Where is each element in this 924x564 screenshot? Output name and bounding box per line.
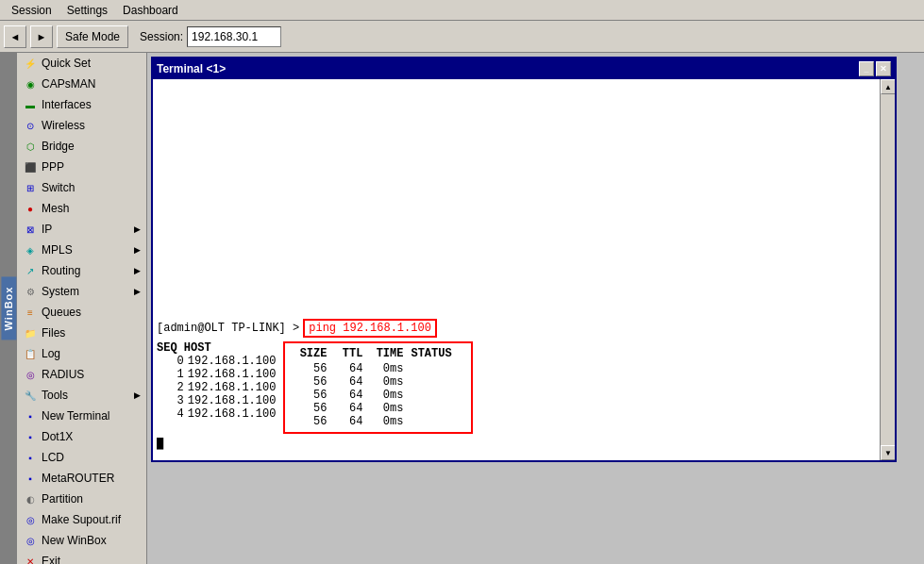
sidebar-item-switch[interactable]: ⊞ Switch <box>17 177 146 198</box>
new-terminal-icon: ▪ <box>23 408 38 423</box>
tools-arrow: ▶ <box>134 390 141 400</box>
sidebar-item-routing[interactable]: ↗ Routing ▶ <box>17 260 146 281</box>
terminal-content[interactable]: [admin@OLT TP-LINK] > ping 192.168.1.100… <box>153 79 880 460</box>
terminal-title: Terminal <1> <box>157 62 857 75</box>
routing-arrow: ▶ <box>134 266 141 275</box>
sidebar-item-mpls[interactable]: ◈ MPLS ▶ <box>17 240 146 260</box>
ttl-0: 64 <box>334 362 362 375</box>
size-header: SIZE <box>289 347 327 360</box>
time-header: TIME <box>370 347 403 360</box>
main-layout: WinBox ⚡ Quick Set ◉ CAPsMAN ▬ Interface… <box>0 53 924 564</box>
sidebar-label-routing: Routing <box>42 264 80 277</box>
sidebar-item-system[interactable]: ⚙ System ▶ <box>17 281 146 302</box>
sidebar-item-make-supout[interactable]: ◎ Make Supout.rif <box>17 509 146 530</box>
sidebar-label-partition: Partition <box>42 492 83 506</box>
ttl-2: 64 <box>334 389 362 402</box>
menu-dashboard[interactable]: Dashboard <box>115 2 186 19</box>
ip-icon: ⊠ <box>23 222 38 237</box>
stats-row: 56 64 0ms <box>289 389 467 402</box>
stats-row: 56 64 0ms <box>289 415 467 428</box>
back-button[interactable]: ◄ <box>4 25 26 48</box>
cursor-indicator: █ <box>157 438 163 451</box>
stats-row: 56 64 0ms <box>289 375 467 389</box>
sidebar-label-metarouter: MetaROUTER <box>42 472 114 485</box>
sidebar: ⚡ Quick Set ◉ CAPsMAN ▬ Interfaces ⊙ Wir… <box>17 53 147 564</box>
terminal-window: Terminal <1> _ ✕ [admin@OLT TP-LINK] > <box>151 57 897 462</box>
scrollbar-track[interactable] <box>881 94 895 445</box>
ppp-icon: ⬛ <box>23 159 38 174</box>
sidebar-item-new-terminal[interactable]: ▪ New Terminal <box>17 406 146 426</box>
sidebar-item-ip[interactable]: ⊠ IP ▶ <box>17 219 146 240</box>
sidebar-item-wireless[interactable]: ⊙ Wireless <box>17 115 146 136</box>
stats-row: 56 64 0ms <box>289 362 467 375</box>
sidebar-item-tools[interactable]: 🔧 Tools ▶ <box>17 385 146 406</box>
terminal-minimize-button[interactable]: _ <box>859 61 874 76</box>
sidebar-label-bridge: Bridge <box>42 140 75 153</box>
sidebar-item-ppp[interactable]: ⬛ PPP <box>17 157 146 177</box>
radius-icon: ◎ <box>23 367 38 382</box>
time-4: 0ms <box>370 415 403 428</box>
seq-header: SEQ HOST <box>157 341 211 355</box>
sidebar-item-bridge[interactable]: ⬡ Bridge <box>17 136 146 157</box>
sidebar-item-capsman[interactable]: ◉ CAPsMAN <box>17 74 146 94</box>
wireless-icon: ⊙ <box>23 118 38 133</box>
winbox-panel: WinBox <box>0 53 17 564</box>
minimize-icon: _ <box>864 64 868 74</box>
sidebar-item-queues[interactable]: ≡ Queues <box>17 302 146 323</box>
host-3: 192.168.1.100 <box>188 394 277 407</box>
sidebar-item-metarouter[interactable]: ▪ MetaROUTER <box>17 468 146 489</box>
size-3: 56 <box>289 402 327 415</box>
ping-command: ping 192.168.1.100 <box>303 319 437 338</box>
menu-settings[interactable]: Settings <box>59 2 115 19</box>
safe-mode-button[interactable]: Safe Mode <box>57 25 128 48</box>
terminal-titlebar: Terminal <1> _ ✕ <box>153 58 895 79</box>
sidebar-item-files[interactable]: 📁 Files <box>17 323 146 343</box>
mesh-icon: ● <box>23 201 38 216</box>
table-row: 4 192.168.1.100 <box>157 407 276 421</box>
status-header: STATUS <box>411 347 467 360</box>
ttl-4: 64 <box>334 415 362 428</box>
metarouter-icon: ▪ <box>23 471 38 486</box>
sidebar-item-log[interactable]: 📋 Log <box>17 343 146 364</box>
status-0 <box>411 362 467 375</box>
interfaces-icon: ▬ <box>23 97 38 112</box>
sidebar-item-mesh[interactable]: ● Mesh <box>17 198 146 219</box>
sidebar-item-exit[interactable]: ✕ Exit <box>17 551 146 564</box>
sidebar-item-lcd[interactable]: ▪ LCD <box>17 447 146 468</box>
stats-header: SIZE TTL TIME STATUS <box>289 347 467 360</box>
forward-button[interactable]: ► <box>30 25 53 48</box>
partition-icon: ◐ <box>23 491 38 506</box>
scroll-down-button[interactable]: ▼ <box>881 445 895 460</box>
sidebar-item-new-winbox[interactable]: ◎ New WinBox <box>17 530 146 551</box>
system-arrow: ▶ <box>134 287 141 296</box>
terminal-close-button[interactable]: ✕ <box>876 61 891 76</box>
table-row: 2 192.168.1.100 <box>157 381 276 394</box>
sidebar-item-quick-set[interactable]: ⚡ Quick Set <box>17 53 146 74</box>
toolbar: ◄ ► Safe Mode Session: 192.168.30.1 <box>0 21 924 53</box>
forward-icon: ► <box>37 31 47 42</box>
table-row: 3 192.168.1.100 <box>157 394 276 407</box>
scroll-up-button[interactable]: ▲ <box>881 79 895 94</box>
ping-results: SEQ HOST 0 192.168.1.100 1 192.168.1.100 <box>157 341 876 434</box>
quick-set-icon: ⚡ <box>23 56 38 71</box>
time-1: 0ms <box>370 375 403 389</box>
sidebar-item-interfaces[interactable]: ▬ Interfaces <box>17 94 146 115</box>
dot1x-icon: ▪ <box>23 429 38 444</box>
sidebar-item-dot1x[interactable]: ▪ Dot1X <box>17 426 146 447</box>
sidebar-label-exit: Exit <box>42 555 60 564</box>
time-2: 0ms <box>370 389 403 402</box>
sidebar-label-ip: IP <box>42 223 52 236</box>
sidebar-item-partition[interactable]: ◐ Partition <box>17 489 146 509</box>
ttl-header: TTL <box>334 347 362 360</box>
tools-icon: 🔧 <box>23 388 38 403</box>
size-4: 56 <box>289 415 327 428</box>
terminal-scrollbar: ▲ ▼ <box>880 79 895 460</box>
system-icon: ⚙ <box>23 284 38 299</box>
time-0: 0ms <box>370 362 403 375</box>
menu-session[interactable]: Session <box>4 2 59 19</box>
status-1 <box>411 375 467 389</box>
terminal-output: [admin@OLT TP-LINK] > ping 192.168.1.100… <box>157 319 876 451</box>
host-1: 192.168.1.100 <box>188 368 277 381</box>
sidebar-item-radius[interactable]: ◎ RADIUS <box>17 364 146 385</box>
sidebar-label-tools: Tools <box>42 389 68 402</box>
